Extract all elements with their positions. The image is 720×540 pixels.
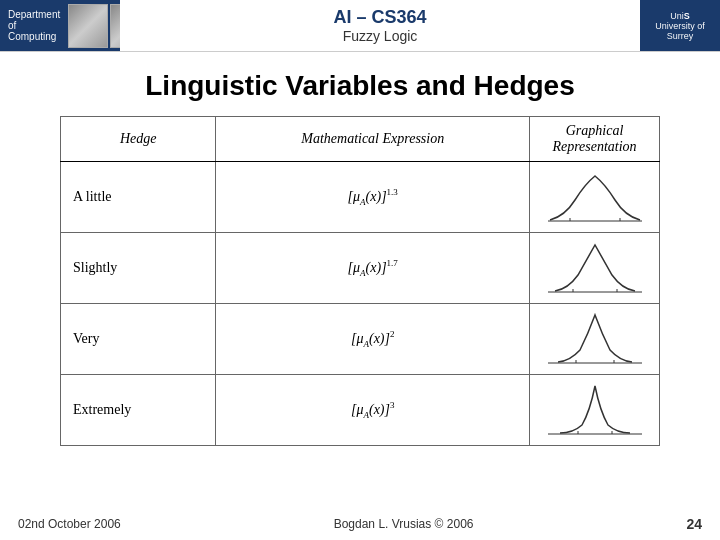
dept-label: Department of Computing [8, 9, 60, 42]
col-hedge: Hedge [61, 117, 216, 162]
footer: 02nd October 2006 Bogdan L. Vrusias © 20… [0, 516, 720, 532]
math-very: [μA(x)]2 [216, 304, 530, 375]
uni-label: UniSUniversity of Surrey [644, 11, 716, 41]
graph-extremely-svg [540, 381, 650, 439]
graph-slightly [530, 233, 660, 304]
graph-a-little [530, 162, 660, 233]
hedge-extremely: Extremely [61, 375, 216, 446]
header-image-1 [68, 4, 108, 48]
header-left: Department of Computing [0, 0, 120, 51]
table-row: Extremely [μA(x)]3 [61, 375, 660, 446]
page-title: Linguistic Variables and Hedges [0, 70, 720, 102]
hedges-table: Hedge Mathematical Expression Graphical … [60, 116, 660, 446]
col-graph: Graphical Representation [530, 117, 660, 162]
table-wrapper: Hedge Mathematical Expression Graphical … [0, 116, 720, 446]
graph-very [530, 304, 660, 375]
hedge-slightly: Slightly [61, 233, 216, 304]
col-math: Mathematical Expression [216, 117, 530, 162]
header: Department of Computing AI – CS364 Fuzzy… [0, 0, 720, 52]
table-row: A little [μA(x)]1.3 [61, 162, 660, 233]
math-a-little: [μA(x)]1.3 [216, 162, 530, 233]
hedge-a-little: A little [61, 162, 216, 233]
math-extremely: [μA(x)]3 [216, 375, 530, 446]
course-subtitle: Fuzzy Logic [343, 28, 418, 44]
table-header-row: Hedge Mathematical Expression Graphical … [61, 117, 660, 162]
course-title: AI – CS364 [333, 7, 426, 28]
footer-copyright: Bogdan L. Vrusias © 2006 [334, 517, 474, 531]
table-row: Slightly [μA(x)]1.7 [61, 233, 660, 304]
math-slightly: [μA(x)]1.7 [216, 233, 530, 304]
hedge-very: Very [61, 304, 216, 375]
graph-extremely [530, 375, 660, 446]
table-row: Very [μA(x)]2 [61, 304, 660, 375]
graph-a-little-svg [540, 168, 650, 226]
header-center: AI – CS364 Fuzzy Logic [120, 0, 640, 51]
footer-date: 02nd October 2006 [18, 517, 121, 531]
graph-very-svg [540, 310, 650, 368]
header-right: UniSUniversity of Surrey [640, 0, 720, 51]
footer-page-number: 24 [686, 516, 702, 532]
graph-slightly-svg [540, 239, 650, 297]
